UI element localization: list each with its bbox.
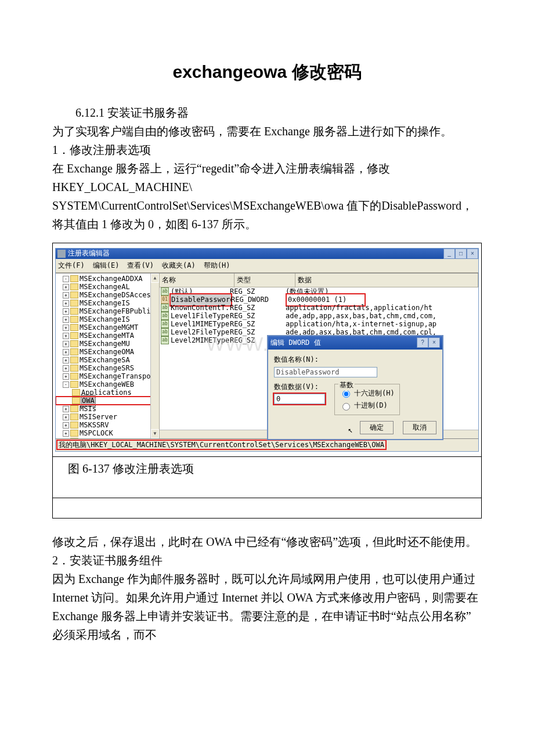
window-buttons: _ □ × — [443, 249, 478, 259]
radio-hex-label: 十六进制(H) — [354, 388, 395, 399]
dialog-title: 编辑 DWORD 值 — [270, 337, 321, 348]
cancel-button[interactable]: 取消 — [403, 421, 436, 434]
window-title: 注册表编辑器 — [68, 248, 110, 259]
statusbar: 我的电脑\HKEY_LOCAL_MACHINE\SYSTEM\CurrentCo… — [56, 438, 478, 451]
section-heading: 6.12.1 安装证书服务器 — [52, 103, 482, 122]
menu-view[interactable]: 查看(V) — [127, 260, 154, 271]
menu-file[interactable]: 文件(F) — [58, 260, 85, 271]
list-header: 名称 类型 数据 — [160, 273, 478, 287]
dialog-help-button[interactable]: ? — [417, 337, 428, 348]
document-page: exchangeowa 修改密码 6.12.1 安装证书服务器 为了实现客户端自… — [0, 0, 534, 679]
registry-values: 名称 类型 数据 ab(默认)REG_SZ(数值未设置) 01DisablePa… — [160, 273, 478, 438]
col-name[interactable]: 名称 — [160, 273, 234, 287]
menu-bar: 文件(F) 编辑(E) 查看(V) 收藏夹(A) 帮助(H) — [56, 259, 478, 273]
radio-hex[interactable] — [342, 390, 350, 398]
app-icon — [57, 250, 66, 258]
menu-edit[interactable]: 编辑(E) — [93, 260, 120, 271]
blank-row — [53, 498, 481, 518]
menu-help[interactable]: 帮助(H) — [204, 260, 230, 271]
name-label: 数值名称(N): — [274, 354, 436, 365]
minimize-button[interactable]: _ — [443, 249, 455, 259]
edit-dword-dialog: 编辑 DWORD 值 ? × 数值名称(N): — [267, 335, 443, 440]
radio-dec[interactable] — [342, 403, 350, 411]
paragraph: 因为 Exchange 作为邮件服务器时，既可以允许局域网用户使用，也可以使用户… — [52, 570, 482, 644]
data-input[interactable] — [274, 394, 325, 404]
maximize-button[interactable]: □ — [455, 249, 467, 259]
figure-caption: 图 6-137 修改注册表选项 — [53, 457, 481, 498]
statusbar-path: 我的电脑\HKEY_LOCAL_MACHINE\SYSTEM\CurrentCo… — [57, 441, 385, 449]
tree-item[interactable]: MSPQM — [80, 436, 100, 439]
cursor-icon: ↖ — [348, 423, 353, 436]
step-heading: 2．安装证书服务组件 — [52, 551, 482, 570]
base-group: 基数 十六进制(H) 十进制(D) — [334, 384, 400, 415]
dialog-close-button[interactable]: × — [428, 337, 440, 348]
step-heading: 1．修改注册表选项 — [52, 141, 482, 159]
col-data[interactable]: 数据 — [295, 273, 478, 287]
regedit-window: 注册表编辑器 _ □ × 文件(F) 编辑(E) 查看(V) 收藏夹(A) 帮助… — [55, 248, 479, 452]
close-button[interactable]: × — [467, 249, 478, 259]
window-titlebar: 注册表编辑器 _ □ × — [56, 249, 478, 259]
ok-button[interactable]: 确定 — [360, 421, 394, 434]
col-type[interactable]: 类型 — [234, 273, 295, 287]
figure-container: 注册表编辑器 _ □ × 文件(F) 编辑(E) 查看(V) 收藏夹(A) 帮助… — [52, 243, 482, 519]
paragraph: 为了实现客户端自由的修改密码，需要在 Exchange 服务器上进行如下的操作。 — [52, 122, 482, 141]
radio-dec-label: 十进制(D) — [354, 400, 388, 411]
paragraph: SYSTEM\CurrentControlSet\Services\MSExch… — [52, 196, 482, 233]
doc-title: exchangeowa 修改密码 — [52, 58, 482, 86]
dialog-titlebar: 编辑 DWORD 值 ? × — [268, 336, 442, 350]
base-label: 基数 — [338, 380, 355, 391]
paragraph: 在 Exchange 服务器上，运行“regedit”命令进入注册表编辑器，修改… — [52, 159, 482, 196]
menu-favorites[interactable]: 收藏夹(A) — [162, 260, 196, 271]
data-label: 数值数据(V): — [274, 381, 325, 393]
registry-tree[interactable]: -MSExchangeADDXA +MSExchangeAL +MSExchan… — [56, 273, 160, 438]
tree-scrollbar[interactable]: ▲ ▼ — [150, 273, 159, 438]
paragraph: 修改之后，保存退出，此时在 OWA 中已经有“修改密码”选项，但此时还不能使用。 — [52, 532, 482, 551]
name-input[interactable] — [274, 367, 377, 377]
